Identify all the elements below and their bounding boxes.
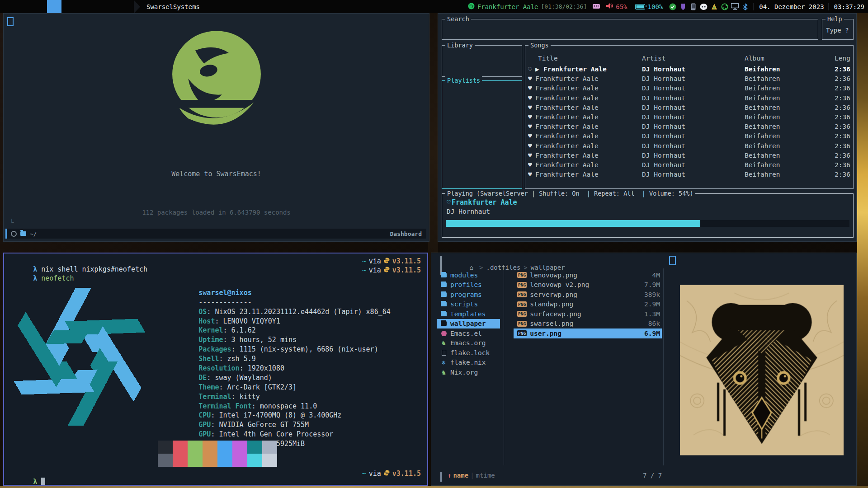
- favorite-heart-icon[interactable]: ♥: [528, 103, 532, 113]
- speaker-icon: [606, 3, 613, 10]
- help-hint: Type ?: [826, 27, 849, 34]
- parent-directory-pane: modules profiles programs scripts templa…: [437, 270, 500, 377]
- keyboard-icon[interactable]: [593, 3, 600, 10]
- playlists-box: Playlists: [442, 80, 522, 189]
- directory-row[interactable]: Emacs.el: [437, 328, 500, 338]
- directory-row[interactable]: Nix.org: [437, 367, 500, 377]
- song-album: Beifahren: [745, 74, 780, 84]
- library-label: Library: [445, 41, 475, 49]
- song-row[interactable]: ♥ Frankfurter Aale DJ Hornhaut Beifahren…: [525, 131, 853, 141]
- song-album: Beifahren: [745, 65, 780, 74]
- directory-row[interactable]: modules: [437, 270, 500, 280]
- playlist-item[interactable]: [446, 123, 520, 133]
- library-item[interactable]: [446, 60, 520, 69]
- syncthing-icon[interactable]: [721, 3, 728, 10]
- shield-icon[interactable]: [679, 3, 687, 10]
- song-row[interactable]: ♥ Frankfurter Aale DJ Hornhaut Beifahren…: [525, 122, 853, 131]
- nixos-logo: [5, 279, 154, 436]
- file-row[interactable]: PNG lenovowp.png 4M: [514, 270, 662, 280]
- favorite-heart-icon[interactable]: ♥: [528, 74, 532, 84]
- workspace-button[interactable]: [90, 0, 105, 13]
- song-row[interactable]: ♥ Frankfurter Aale DJ Hornhaut Beifahren…: [525, 170, 853, 179]
- check-icon[interactable]: [669, 3, 676, 10]
- file-row[interactable]: PNG swarsel.png 86k: [514, 319, 662, 329]
- file-row[interactable]: PNG lenovowp_v2.png 7.9M: [514, 280, 662, 290]
- file-row[interactable]: PNG surfacewp.png 1.3M: [514, 309, 662, 319]
- workspace-button[interactable]: [76, 0, 90, 13]
- favorite-heart-icon[interactable]: ♥: [528, 170, 532, 179]
- directory-row[interactable]: Emacs.org: [437, 338, 500, 348]
- now-playing-time: [01:38/02:36]: [541, 3, 587, 10]
- favorite-heart-icon[interactable]: ♥: [528, 122, 532, 131]
- directory-row[interactable]: flake.nix: [437, 358, 500, 368]
- song-row[interactable]: ♥ Frankfurter Aale DJ Hornhaut Beifahren…: [525, 113, 853, 122]
- playlist-item[interactable]: [446, 142, 520, 152]
- song-row[interactable]: ♥ Frankfurter Aale DJ Hornhaut Beifahren…: [525, 74, 853, 84]
- playlist-item[interactable]: [446, 171, 520, 180]
- library-item[interactable]: [446, 50, 520, 60]
- favorite-heart-icon[interactable]: ♥: [528, 113, 532, 122]
- song-title: Frankfurter Aale: [535, 84, 599, 93]
- playlist-item[interactable]: [446, 133, 520, 142]
- playlist-item[interactable]: [446, 104, 520, 114]
- favorite-heart-icon[interactable]: ♥: [528, 94, 532, 103]
- workspace-button[interactable]: [33, 0, 47, 13]
- progress-fill: [446, 220, 700, 227]
- playlist-item[interactable]: [446, 161, 520, 171]
- workspace-button[interactable]: [61, 0, 76, 13]
- heart-icon[interactable]: ♡: [447, 198, 451, 206]
- progress-bar[interactable]: [446, 220, 849, 227]
- emacs-cursor: [7, 17, 14, 26]
- favorite-heart-icon[interactable]: ♥: [528, 160, 532, 170]
- playlist-item[interactable]: [446, 114, 520, 123]
- workspace-button[interactable]: [119, 0, 134, 13]
- favorite-heart-icon[interactable]: ♥: [528, 131, 532, 141]
- workspace-button[interactable]: [47, 0, 61, 13]
- terminal-prompt-line[interactable]: λ ~ via v3.11.5: [9, 469, 423, 488]
- file-row[interactable]: PNG user.png 6.9M: [514, 328, 662, 338]
- favorite-heart-icon[interactable]: ♥: [528, 141, 532, 151]
- song-row[interactable]: ♥ Frankfurter Aale DJ Hornhaut Beifahren…: [525, 160, 853, 170]
- discord-icon[interactable]: [700, 3, 708, 10]
- file-row[interactable]: PNG serverwp.png 389k: [514, 290, 662, 300]
- display-icon[interactable]: [731, 3, 739, 10]
- bird-icon[interactable]: [710, 3, 718, 10]
- song-row[interactable]: ♥ Frankfurter Aale DJ Hornhaut Beifahren…: [525, 151, 853, 160]
- emacs-dashboard-window: Welcome to SwarsEmacs! 112 packages load…: [3, 13, 429, 242]
- file-name: serverwp.png: [530, 291, 641, 298]
- playlist-item[interactable]: [446, 152, 520, 161]
- directory-row[interactable]: flake.lock: [437, 348, 500, 358]
- file-type-icon: [440, 312, 447, 316]
- song-row[interactable]: ♥ Frankfurter Aale DJ Hornhaut Beifahren…: [525, 94, 853, 103]
- bluetooth-icon[interactable]: [741, 3, 749, 10]
- battery-widget[interactable]: 100%: [633, 0, 665, 13]
- directory-row[interactable]: wallpaper: [437, 319, 500, 329]
- favorite-heart-icon[interactable]: ♥: [528, 151, 532, 160]
- search-box[interactable]: Search: [442, 19, 818, 40]
- song-row[interactable]: ♥ Frankfurter Aale DJ Hornhaut Beifahren…: [525, 103, 853, 113]
- songs-box: Songs Title Artist Album Leng ♡ ▶ Frankf…: [525, 45, 854, 189]
- now-playing-widget[interactable]: Frankfurter Aale [01:38/02:36]: [466, 0, 589, 13]
- playlist-item[interactable]: [446, 85, 520, 95]
- workspace-button[interactable]: [18, 0, 33, 13]
- song-album: Beifahren: [745, 103, 780, 113]
- file-row[interactable]: PNG standwp.png 2.9M: [514, 300, 662, 310]
- song-row[interactable]: ♥ Frankfurter Aale DJ Hornhaut Beifahren…: [525, 141, 853, 151]
- song-row[interactable]: ♡ ▶ Frankfurter Aale DJ Hornhaut Beifahr…: [525, 65, 853, 74]
- workspace-button[interactable]: [105, 0, 119, 13]
- workspace-button[interactable]: [4, 0, 18, 13]
- song-artist: DJ Hornhaut: [642, 113, 685, 122]
- palette-swatch: [158, 441, 173, 454]
- favorite-heart-icon[interactable]: ♡: [528, 65, 532, 74]
- directory-row[interactable]: profiles: [437, 280, 500, 290]
- favorite-heart-icon[interactable]: ♥: [528, 84, 532, 93]
- playlist-item[interactable]: [446, 95, 520, 104]
- directory-row[interactable]: scripts: [437, 300, 500, 310]
- phone-icon[interactable]: [689, 3, 697, 10]
- sort-indicator[interactable]: ↑ name | mtime: [448, 472, 495, 479]
- song-row[interactable]: ♥ Frankfurter Aale DJ Hornhaut Beifahren…: [525, 84, 853, 93]
- directory-row[interactable]: programs: [437, 290, 500, 300]
- directory-row[interactable]: templates: [437, 309, 500, 319]
- volume-widget[interactable]: 65%: [604, 0, 629, 13]
- songs-header: Title Artist Album Leng: [525, 55, 853, 64]
